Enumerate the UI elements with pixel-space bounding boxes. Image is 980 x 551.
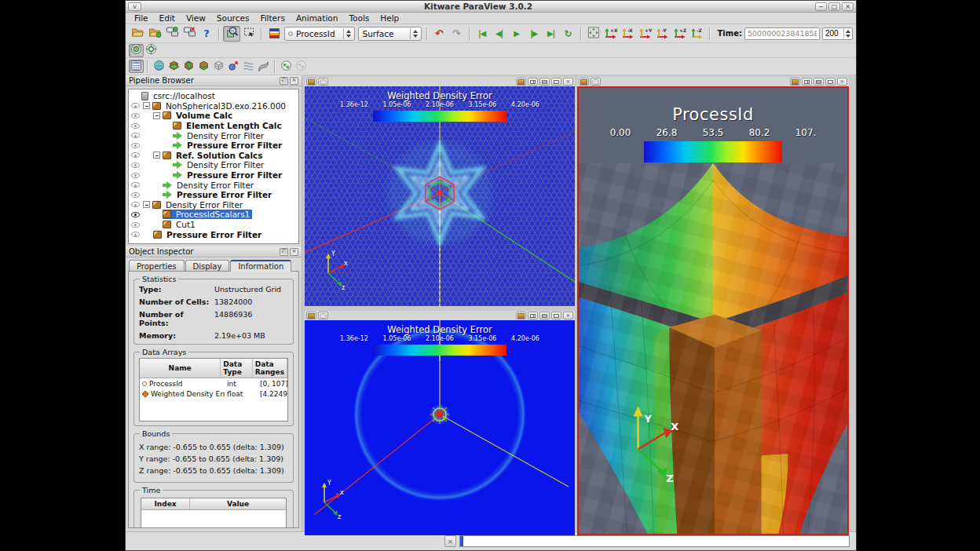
visibility-eye-icon[interactable]: [131, 182, 140, 188]
collapse-toggle[interactable]: [153, 151, 160, 159]
pipeline-item-density-error-filter[interactable]: Density Error Filter: [129, 180, 298, 190]
contour-button[interactable]: [152, 60, 166, 73]
visibility-eye-icon[interactable]: [131, 123, 140, 129]
representation-combobox[interactable]: Surface: [358, 27, 421, 41]
time-table[interactable]: Index Value: [141, 498, 287, 528]
view-minus-y-button[interactable]: -Y: [654, 26, 671, 42]
maximize-view-button[interactable]: [551, 312, 561, 319]
play-button[interactable]: ▶: [508, 26, 525, 42]
collapse-toggle[interactable]: [153, 112, 160, 119]
view-plus-z-button[interactable]: +Z: [671, 26, 689, 42]
menu-animation[interactable]: Animation: [291, 13, 344, 23]
pipeline-item-localhost[interactable]: csrc://localhost: [129, 91, 298, 101]
camera-button[interactable]: [579, 78, 589, 86]
collapse-toggle[interactable]: [143, 102, 150, 109]
pipeline-item-cut1[interactable]: Cut1: [129, 220, 298, 230]
maximize-view-button[interactable]: [551, 78, 561, 86]
pipeline-item-pressure-error-filter[interactable]: Pressure Error Filter: [129, 140, 298, 151]
pick-center-button[interactable]: [144, 44, 159, 57]
camera-button[interactable]: [306, 78, 316, 86]
spinner-arrows-icon[interactable]: [843, 28, 852, 39]
calculator-button[interactable]: [129, 60, 144, 73]
time-value-field[interactable]: [744, 27, 820, 40]
menu-tools[interactable]: Tools: [343, 13, 375, 23]
maximize-view-button[interactable]: [825, 78, 836, 86]
menu-edit[interactable]: Edit: [154, 13, 181, 23]
pipeline-item-processidscalars1[interactable]: ProcessIdScalars1: [129, 210, 298, 220]
edit-color-map-button[interactable]: [265, 26, 283, 42]
visibility-eye-icon[interactable]: [131, 152, 140, 158]
view-plus-x-button[interactable]: +X: [602, 26, 620, 42]
clip-button[interactable]: [166, 60, 181, 73]
pipeline-item-density-error-filter[interactable]: Density Error Filter: [129, 200, 298, 210]
link-view-button[interactable]: [591, 78, 601, 86]
visibility-eye-icon[interactable]: [131, 212, 140, 217]
warp-vector-button[interactable]: [256, 60, 271, 73]
group-datasets-button[interactable]: [279, 60, 294, 73]
visibility-eye-icon[interactable]: [131, 143, 140, 148]
rubber-band-select-button[interactable]: [240, 26, 258, 42]
split-horizontal-button[interactable]: [539, 312, 550, 319]
visibility-eye-icon[interactable]: [131, 202, 140, 207]
close-button[interactable]: ×: [842, 2, 854, 11]
pipeline-item-pressure-error-filter[interactable]: Pressure Error Filter: [129, 170, 298, 181]
tab-properties[interactable]: Properties: [129, 260, 185, 272]
data-arrays-table[interactable]: Name Data Type Data Ranges ProcessId int…: [139, 358, 288, 421]
pipeline-item-pressure-error-filter[interactable]: Pressure Error Filter: [129, 190, 298, 200]
disconnect-server-button[interactable]: [181, 26, 198, 42]
camera-button[interactable]: [306, 312, 316, 319]
menu-filters[interactable]: Filters: [254, 13, 290, 23]
pipeline-item-source[interactable]: NohSpherical3D.exo.216.000: [129, 101, 298, 111]
extract-subset-button[interactable]: [211, 60, 226, 73]
lookmark-button[interactable]: [790, 78, 800, 86]
view-minus-x-button[interactable]: -X: [620, 26, 637, 42]
menu-view[interactable]: View: [181, 13, 211, 23]
open-file-button[interactable]: [129, 26, 146, 42]
show-center-axes-button[interactable]: [129, 44, 144, 57]
pipeline-item-element-length-calc[interactable]: Element Length Calc: [129, 121, 298, 131]
table-row[interactable]: ProcessId int [0, 107]: [140, 378, 287, 389]
float-panel-button[interactable]: ◰: [280, 248, 288, 256]
visibility-eye-icon[interactable]: [131, 133, 140, 138]
view-plus-y-button[interactable]: +Y: [637, 26, 654, 42]
visibility-eye-icon[interactable]: [131, 103, 140, 108]
close-view-button[interactable]: ×: [563, 312, 573, 319]
previous-frame-button[interactable]: ◀|: [491, 26, 508, 42]
close-view-button[interactable]: ×: [563, 78, 573, 86]
render-viewport-circle[interactable]: Y x z Weighted Density Error 1.36e-12 1.…: [305, 320, 575, 535]
reset-camera-button[interactable]: [585, 26, 602, 42]
collapse-toggle[interactable]: [143, 201, 150, 208]
pipeline-item-ref-solution-calcs[interactable]: Ref. Solution Calcs: [129, 151, 298, 161]
close-panel-button[interactable]: ×: [290, 77, 298, 85]
visibility-eye-icon[interactable]: [131, 222, 140, 228]
table-row[interactable]: Weighted Density Error float [4.22498e-1…: [140, 389, 287, 399]
view-minus-z-button[interactable]: -Z: [689, 26, 706, 42]
visibility-eye-icon[interactable]: [131, 162, 140, 168]
link-view-button[interactable]: [318, 78, 328, 86]
help-button[interactable]: ?: [198, 26, 215, 42]
menu-help[interactable]: Help: [375, 13, 404, 23]
split-horizontal-button[interactable]: [539, 78, 550, 86]
threshold-button[interactable]: [196, 60, 211, 73]
next-frame-button[interactable]: |▶: [525, 26, 543, 42]
redo-button[interactable]: ↷: [448, 26, 466, 42]
render-viewport-processid[interactable]: Y X Z ProcessId 0.00 26.8 53.5 80.2 107.: [577, 86, 849, 535]
loop-button[interactable]: ↻: [560, 26, 577, 42]
maximize-button[interactable]: □: [828, 2, 840, 11]
render-viewport-mesh[interactable]: Y x z Weighted Density Error 1.36e-12 1.…: [305, 86, 575, 306]
lookmark-button[interactable]: [516, 312, 526, 319]
visibility-eye-icon[interactable]: [131, 173, 140, 178]
minimize-button[interactable]: −: [815, 2, 827, 11]
lookmark-button[interactable]: [516, 78, 526, 86]
pipeline-item-pressure-error-filter[interactable]: Pressure Error Filter: [129, 229, 298, 239]
pipeline-item-density-error-filter[interactable]: Density Error Filter: [129, 160, 298, 170]
tab-display[interactable]: Display: [185, 260, 230, 272]
undo-button[interactable]: ↶: [431, 26, 448, 42]
close-view-button[interactable]: ×: [837, 78, 847, 86]
first-frame-button[interactable]: |◀: [474, 26, 491, 42]
connect-server-button[interactable]: [163, 26, 181, 42]
save-data-button[interactable]: [146, 26, 163, 42]
glyph-button[interactable]: [226, 60, 241, 73]
visibility-eye-icon[interactable]: [131, 232, 140, 237]
pipeline-item-density-error-filter[interactable]: Density Error Filter: [129, 130, 298, 140]
